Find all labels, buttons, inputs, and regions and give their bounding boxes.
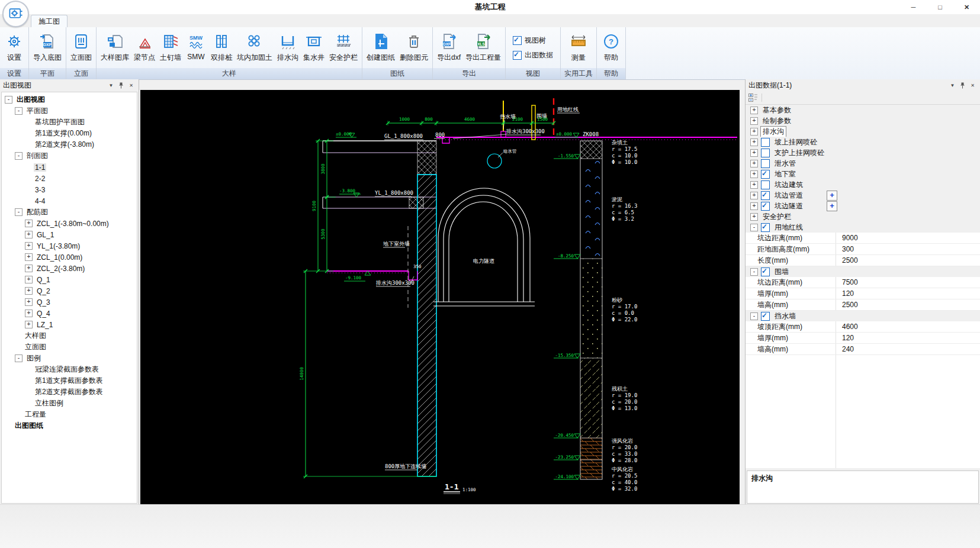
expand-icon[interactable]: + <box>25 287 33 295</box>
checkbox-icon[interactable] <box>761 312 770 321</box>
tree-item[interactable]: 4-4 <box>2 195 137 207</box>
ribbon-button-export-dxf[interactable]: DXF导出dxf <box>435 30 463 64</box>
tree-item[interactable]: +Q_1 <box>2 274 137 285</box>
expand-icon[interactable]: + <box>750 117 758 125</box>
checkbox-icon[interactable] <box>513 51 522 60</box>
expand-icon[interactable]: + <box>25 220 33 227</box>
expand-icon[interactable]: + <box>25 265 33 272</box>
checkbox-icon[interactable] <box>761 170 770 179</box>
property-value[interactable]: 2500 <box>836 256 980 265</box>
chevron-down-icon[interactable]: ▼ <box>107 81 115 89</box>
grid-property-row[interactable]: 坡顶距离(mm)4600 <box>746 321 980 333</box>
expand-icon[interactable]: + <box>25 298 33 306</box>
collapse-icon[interactable]: - <box>750 224 758 231</box>
ribbon-button-measure[interactable]: 测量 <box>566 30 591 64</box>
tree-item[interactable]: 基坑围护平面图 <box>2 117 137 128</box>
tree-item[interactable]: +ZCL_1(-3.80m~0.00m) <box>2 218 137 229</box>
grid-group-row[interactable]: +坡上挂网喷砼 <box>746 137 980 147</box>
grid-property-row[interactable]: 墙厚(mm)120 <box>746 288 980 299</box>
expand-icon[interactable]: + <box>750 128 758 136</box>
collapse-icon[interactable]: - <box>750 312 758 320</box>
ribbon-button-reinforce[interactable]: 坑内加固土 <box>234 30 275 64</box>
ribbon-button-smw[interactable]: SMWSMW <box>184 30 208 62</box>
view-toggle-视图树[interactable]: 视图树 <box>513 36 546 46</box>
add-item-button[interactable]: + <box>827 201 837 211</box>
chevron-down-icon[interactable]: ▼ <box>948 81 957 89</box>
tree-item[interactable]: +ZCL_2(-3.80m) <box>2 263 137 274</box>
tree-item[interactable]: -平面图 <box>2 105 137 117</box>
collapse-icon[interactable]: - <box>5 96 12 104</box>
property-value[interactable]: 2500 <box>836 301 980 309</box>
grid-group-row[interactable]: +排水沟 <box>746 126 980 137</box>
grid-group-row[interactable]: -围墙 <box>746 266 980 277</box>
tree-item[interactable]: +Q_2 <box>2 285 137 296</box>
tree-item[interactable]: 第1道支撑(0.00m) <box>2 128 137 139</box>
expand-icon[interactable]: + <box>25 276 33 283</box>
tree-item[interactable]: 第2道支撑截面参数表 <box>2 386 137 398</box>
expand-icon[interactable]: + <box>750 181 758 189</box>
maximize-button[interactable]: □ <box>927 0 953 14</box>
pin-icon[interactable] <box>958 81 967 89</box>
collapse-icon[interactable]: - <box>15 152 23 160</box>
grid-property-row[interactable]: 长度(mm)2500 <box>746 255 980 266</box>
ribbon-button-dxf-import[interactable]: DXF导入底图 <box>31 30 64 64</box>
tree-item[interactable]: 第2道支撑(-3.80m) <box>2 139 137 150</box>
tree-item[interactable]: 2-2 <box>2 173 137 184</box>
collapse-icon[interactable]: - <box>15 208 23 216</box>
grid-property-row[interactable]: 坑边距离(mm)7500 <box>746 277 980 288</box>
tree-item[interactable]: 1-1 <box>2 162 137 173</box>
property-value[interactable]: 120 <box>836 334 980 342</box>
expand-icon[interactable]: + <box>750 138 758 146</box>
ribbon-button-double-pile[interactable]: 双排桩 <box>208 30 234 64</box>
tree-item[interactable]: 出图图纸 <box>2 420 137 431</box>
expand-icon[interactable]: + <box>750 170 758 178</box>
expand-all-icon[interactable] <box>748 94 758 102</box>
tree-item[interactable]: 第1道支撑截面参数表 <box>2 375 137 386</box>
tree-item[interactable]: +Q_3 <box>2 296 137 308</box>
ribbon-button-elevation[interactable]: 立面图 <box>68 30 94 64</box>
checkbox-icon[interactable] <box>761 267 770 276</box>
tree-item[interactable]: 工程量 <box>2 409 137 420</box>
grid-group-row[interactable]: +安全护栏 <box>746 211 980 222</box>
ribbon-button-sump[interactable]: 集水井 <box>301 30 327 64</box>
collapse-icon[interactable]: - <box>750 268 758 276</box>
grid-property-row[interactable]: 墙厚(mm)120 <box>746 333 980 344</box>
tree-item[interactable]: +Q_4 <box>2 308 137 319</box>
grid-group-row[interactable]: +泄水管 <box>746 158 980 169</box>
tree-item[interactable]: -配筋图 <box>2 207 137 218</box>
expand-icon[interactable]: + <box>750 149 758 157</box>
ribbon-button-detail-lib[interactable]: 大样图库 <box>98 30 131 64</box>
property-value[interactable]: 7500 <box>836 278 980 286</box>
checkbox-icon[interactable] <box>513 36 522 45</box>
expand-icon[interactable]: + <box>25 253 33 261</box>
grid-group-row[interactable]: +绘制参数 <box>746 115 980 126</box>
collapse-icon[interactable]: - <box>15 354 23 362</box>
property-value[interactable]: 9000 <box>836 234 980 242</box>
view-toggle-出图数据[interactable]: 出图数据 <box>513 50 553 60</box>
grid-group-row[interactable]: -用地红线 <box>746 222 980 233</box>
grid-group-row[interactable]: +坑边建筑 <box>746 179 980 190</box>
expand-icon[interactable]: + <box>750 213 758 221</box>
tree-item[interactable]: -出图视图 <box>2 94 137 105</box>
tree-item[interactable]: 3-3 <box>2 184 137 195</box>
tree-item[interactable]: 冠梁连梁截面参数表 <box>2 364 137 375</box>
grid-property-row[interactable]: 墙高(mm)2500 <box>746 299 980 311</box>
add-item-button[interactable]: + <box>827 191 837 201</box>
checkbox-icon[interactable] <box>761 138 770 147</box>
expand-icon[interactable]: + <box>750 192 758 199</box>
tree-item[interactable]: -图例 <box>2 353 137 364</box>
grid-group-row[interactable]: +基本参数 <box>746 105 980 115</box>
close-button[interactable]: ✕ <box>953 0 980 14</box>
grid-group-row[interactable]: +地下室 <box>746 169 980 179</box>
grid-property-row[interactable]: 距地面高度(mm)300 <box>746 244 980 255</box>
checkbox-icon[interactable] <box>761 202 770 211</box>
ribbon-button-ditch[interactable]: 排水沟 <box>275 30 301 64</box>
tree-item[interactable]: +GL_1 <box>2 229 137 240</box>
tree-item[interactable]: +LZ_1 <box>2 319 137 330</box>
ribbon-button-help[interactable]: ?帮助 <box>599 30 624 64</box>
tree-item[interactable]: +ZCL_1(0.00m) <box>2 252 137 263</box>
ribbon-button-fence[interactable]: 安全护栏 <box>327 30 360 64</box>
property-value[interactable]: 120 <box>836 289 980 298</box>
close-icon[interactable]: ✕ <box>968 81 977 89</box>
expand-icon[interactable]: + <box>750 107 758 114</box>
